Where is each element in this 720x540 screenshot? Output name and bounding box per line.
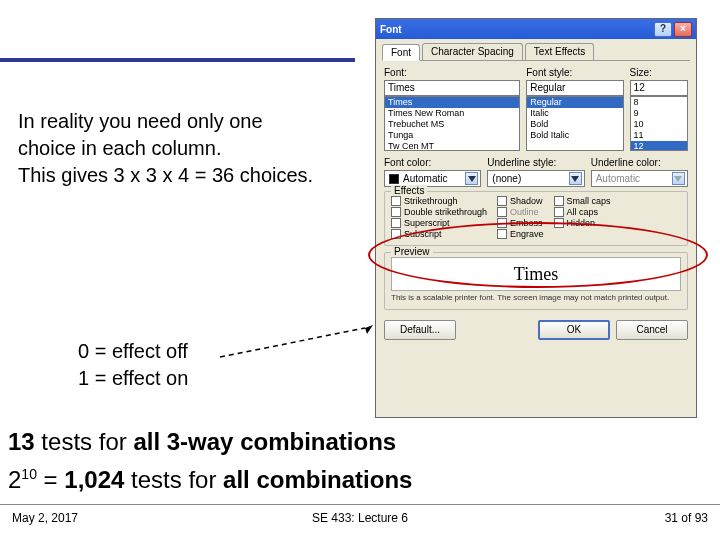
color-swatch-icon	[389, 174, 399, 184]
dialog-buttons: Default... OK Cancel	[376, 316, 696, 346]
chk-shadow[interactable]: Shadow	[497, 196, 544, 206]
list-item[interactable]: Bold Italic	[527, 130, 622, 141]
effect-legend: 0 = effect off 1 = effect on	[78, 338, 188, 392]
preview-label: Preview	[391, 246, 433, 257]
footer-page: 31 of 93	[665, 511, 708, 525]
fontcolor-label: Font color:	[384, 157, 481, 168]
legend-off: 0 = effect off	[78, 340, 188, 362]
list-item[interactable]: Bold	[527, 119, 622, 130]
list-item[interactable]: 12	[631, 141, 687, 151]
list-item[interactable]: Tw Cen MT	[385, 141, 519, 151]
body-line: choice in each column.	[18, 137, 221, 159]
style-label: Font style:	[526, 67, 623, 78]
chk-subscript[interactable]: Subscript	[391, 229, 487, 239]
font-list[interactable]: Times Times New Roman Trebuchet MS Tunga…	[384, 96, 520, 151]
stmt-1024-tests: 210 = 1,024 tests for all combinations	[8, 466, 412, 494]
underline-value: (none)	[492, 173, 521, 184]
svg-line-0	[220, 328, 365, 357]
font-label: Font:	[384, 67, 520, 78]
legend-on: 1 = effect on	[78, 367, 188, 389]
preview-note: This is a scalable printer font. The scr…	[391, 294, 681, 303]
body-line: This gives 3 x 3 x 4 = 36 choices.	[18, 164, 313, 186]
list-item[interactable]: 8	[631, 97, 687, 108]
chk-superscript[interactable]: Superscript	[391, 218, 487, 228]
chevron-down-icon	[569, 172, 582, 185]
list-item[interactable]: Italic	[527, 108, 622, 119]
chk-engrave[interactable]: Engrave	[497, 229, 544, 239]
size-input[interactable]: 12	[630, 80, 688, 96]
tab-text-effects[interactable]: Text Effects	[525, 43, 595, 60]
chevron-down-icon	[672, 172, 685, 185]
svg-marker-1	[365, 325, 373, 334]
footer-title: SE 433: Lecture 6	[312, 511, 408, 525]
footer-date: May 2, 2017	[12, 511, 78, 525]
preview-box: Times	[391, 257, 681, 291]
tab-pane: Font: Times Times Times New Roman Trebuc…	[376, 61, 696, 316]
list-item[interactable]: Tunga	[385, 130, 519, 141]
ok-button[interactable]: OK	[538, 320, 610, 340]
dialog-title: Font	[380, 24, 652, 35]
help-button[interactable]: ?	[654, 22, 672, 37]
ulcolor-value: Automatic	[596, 173, 640, 184]
font-dialog: Font ? × Font Character Spacing Text Eff…	[375, 18, 697, 418]
font-input[interactable]: Times	[384, 80, 520, 96]
chk-emboss[interactable]: Emboss	[497, 218, 544, 228]
ulcolor-combo[interactable]: Automatic	[591, 170, 688, 187]
list-item[interactable]: Regular	[527, 97, 622, 108]
fontcolor-value: Automatic	[403, 173, 447, 184]
svg-marker-2	[468, 176, 476, 182]
chk-outline[interactable]: Outline	[497, 207, 544, 217]
style-input[interactable]: Regular	[526, 80, 623, 96]
effects-label: Effects	[391, 185, 427, 196]
svg-marker-3	[571, 176, 579, 182]
tab-font[interactable]: Font	[382, 44, 420, 61]
chk-smallcaps[interactable]: Small caps	[554, 196, 611, 206]
list-item[interactable]: Times	[385, 97, 519, 108]
svg-marker-4	[674, 176, 682, 182]
list-item[interactable]: Trebuchet MS	[385, 119, 519, 130]
slide-footer: May 2, 2017 SE 433: Lecture 6 31 of 93	[0, 504, 720, 540]
cancel-button[interactable]: Cancel	[616, 320, 688, 340]
close-button[interactable]: ×	[674, 22, 692, 37]
underline-label: Underline style:	[487, 157, 584, 168]
chk-allcaps[interactable]: All caps	[554, 207, 611, 217]
chevron-down-icon	[465, 172, 478, 185]
ulcolor-label: Underline color:	[591, 157, 688, 168]
top-rule	[0, 58, 355, 62]
list-item[interactable]: 9	[631, 108, 687, 119]
chk-hidden[interactable]: Hidden	[554, 218, 611, 228]
effects-group: Effects Strikethrough Double strikethrou…	[384, 191, 688, 246]
chk-strikethrough[interactable]: Strikethrough	[391, 196, 487, 206]
titlebar: Font ? ×	[376, 19, 696, 39]
chk-dbl-strikethrough[interactable]: Double strikethrough	[391, 207, 487, 217]
body-line: In reality you need only one	[18, 110, 263, 132]
tab-char-spacing[interactable]: Character Spacing	[422, 43, 523, 60]
dashed-arrow	[215, 322, 380, 362]
underline-combo[interactable]: (none)	[487, 170, 584, 187]
slide: In reality you need only one choice in e…	[0, 0, 720, 540]
size-label: Size:	[630, 67, 688, 78]
list-item[interactable]: 11	[631, 130, 687, 141]
size-list[interactable]: 8 9 10 11 12	[630, 96, 688, 151]
tab-strip: Font Character Spacing Text Effects	[376, 39, 696, 60]
style-list[interactable]: Regular Italic Bold Bold Italic	[526, 96, 623, 151]
slide-body-text: In reality you need only one choice in e…	[18, 108, 353, 189]
preview-group: Preview Times This is a scalable printer…	[384, 252, 688, 310]
list-item[interactable]: 10	[631, 119, 687, 130]
stmt-13-tests: 13 tests for all 3-way combinations	[8, 428, 396, 456]
list-item[interactable]: Times New Roman	[385, 108, 519, 119]
default-button[interactable]: Default...	[384, 320, 456, 340]
